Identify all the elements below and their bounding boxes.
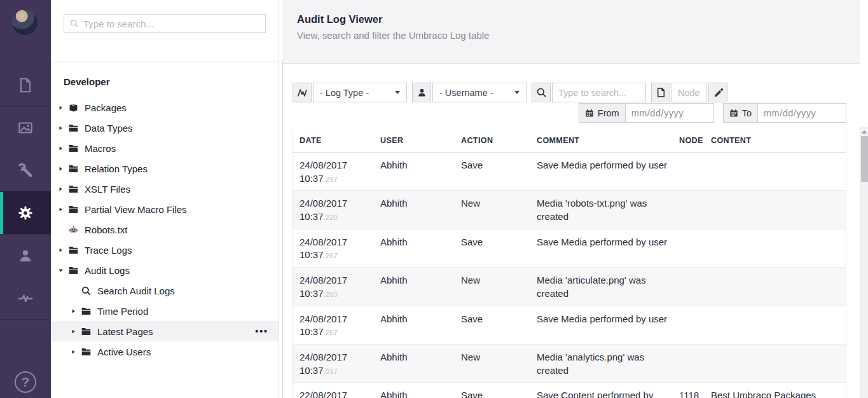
table-row[interactable]: 24/08/201710:37.267AbhithSaveSave Media …	[293, 306, 846, 345]
tree-item-label[interactable]: Relation Types	[85, 163, 148, 174]
date-from-label-area: From	[579, 104, 626, 122]
caret-right-icon[interactable]	[69, 329, 78, 334]
tree-item-label[interactable]: Partial View Macro Files	[85, 204, 187, 215]
tree-item-label[interactable]: Robots.txt	[85, 224, 128, 235]
username-select[interactable]: - Username -	[432, 83, 527, 102]
rail-section-image[interactable]	[0, 106, 51, 149]
tree-item[interactable]: Audit Logs	[51, 260, 279, 280]
column-header-content: CONTENT	[704, 136, 846, 145]
ellipsis-icon[interactable]: •••	[255, 326, 268, 336]
tree-item[interactable]: Macros	[51, 138, 279, 158]
date-from-input[interactable]	[626, 104, 713, 122]
tree-item-label[interactable]: XSLT Files	[85, 184, 130, 195]
node-button[interactable]	[651, 83, 670, 102]
cell-user: Abhith	[373, 159, 454, 185]
package-icon	[67, 102, 79, 114]
rail-section-user[interactable]	[0, 234, 51, 277]
log-type-select[interactable]: - Log Type -	[313, 83, 407, 102]
cell-action: New	[454, 274, 530, 300]
caret-right-icon[interactable]	[56, 247, 65, 253]
tree-item[interactable]: Relation Types	[51, 158, 279, 179]
search-button[interactable]	[532, 83, 551, 102]
node-id-input[interactable]	[672, 83, 707, 102]
caret-right-icon[interactable]	[56, 166, 65, 172]
tree-item[interactable]: Partial View Macro Files	[51, 199, 279, 219]
date-to-input[interactable]	[758, 104, 846, 122]
table-row[interactable]: 24/08/201710:37.297AbhithSaveSave Media …	[293, 153, 846, 191]
help-button[interactable]: ?	[0, 371, 51, 393]
column-header-user: USER	[373, 136, 454, 145]
rail-section-document[interactable]	[0, 64, 51, 106]
tree-item-label[interactable]: Search Audit Logs	[97, 285, 175, 296]
tree-panel: Developer PackagesData TypesMacrosRelati…	[51, 0, 279, 398]
section-rail: ?	[0, 0, 51, 398]
tree-search-input[interactable]	[83, 18, 259, 29]
scrollbar[interactable]	[860, 127, 868, 398]
tree-item-label[interactable]: Audit Logs	[85, 265, 130, 276]
caret-down-icon[interactable]	[56, 268, 65, 273]
cell-action: Save	[454, 159, 530, 185]
rail-section-gear[interactable]	[0, 191, 51, 234]
cell-action: New	[454, 351, 530, 377]
table-row[interactable]: 24/08/201710:37.220AbhithNewMedia 'robot…	[293, 191, 846, 229]
folder-icon	[67, 122, 79, 134]
caret-right-icon[interactable]	[69, 308, 78, 314]
caret-right-icon[interactable]	[56, 207, 65, 212]
date-from-label: From	[598, 108, 619, 118]
tree-item-label[interactable]: Latest Pages	[97, 326, 153, 337]
tree-item-label[interactable]: Time Period	[97, 306, 148, 317]
column-header-comment: COMMENT	[530, 136, 672, 145]
cell-content	[704, 351, 846, 377]
log-type-button[interactable]	[293, 83, 312, 102]
tree-item[interactable]: Latest Pages•••	[51, 321, 279, 341]
cell-date: 24/08/201710:37.297	[293, 159, 373, 185]
rail-section-pulse[interactable]	[0, 277, 51, 319]
tree-item[interactable]: Data Types	[51, 118, 279, 138]
tree-item-label[interactable]: Data Types	[85, 123, 133, 134]
rail-section-wrench[interactable]	[0, 149, 51, 191]
username-button[interactable]	[412, 83, 431, 102]
caret-right-icon[interactable]	[56, 146, 65, 151]
caret-right-icon[interactable]	[69, 349, 78, 355]
cell-comment: Save Media performed by user	[530, 236, 672, 262]
search-icon	[80, 285, 92, 297]
cell-user: Abhith	[373, 236, 454, 262]
date-from-group: From	[579, 103, 714, 123]
cell-date: 24/08/201710:37.203	[293, 274, 373, 300]
avatar[interactable]	[12, 10, 38, 35]
scrollbar-up-arrow-icon[interactable]	[862, 130, 867, 134]
scrollbar-thumb[interactable]	[861, 136, 868, 182]
panel-splitter[interactable]	[282, 60, 283, 398]
chevron-down-icon	[514, 91, 520, 94]
tree-item-label[interactable]: Packages	[85, 102, 127, 113]
caret-right-icon[interactable]	[56, 125, 65, 131]
folder-icon	[67, 183, 79, 195]
tree-item[interactable]: Time Period	[51, 301, 279, 321]
table-row[interactable]: 24/08/201710:37.203AbhithNewMedia 'artic…	[293, 268, 846, 306]
cell-date: 24/08/201710:37.017	[293, 351, 373, 377]
tree-item-label[interactable]: Active Users	[97, 347, 151, 357]
caret-right-icon[interactable]	[56, 105, 65, 111]
calendar-icon	[729, 109, 738, 118]
search-input[interactable]	[552, 83, 646, 102]
table-row[interactable]: 24/08/201710:37.017AbhithNewMedia 'analy…	[293, 345, 846, 383]
tree-item[interactable]: Robots.txt	[51, 219, 279, 240]
tree-item[interactable]: Trace Logs	[51, 240, 279, 260]
tree-item-label[interactable]: Trace Logs	[85, 245, 132, 256]
tree-item-label[interactable]: Macros	[85, 143, 116, 154]
table-row[interactable]: 24/08/201710:37.267AbhithSaveSave Media …	[293, 230, 846, 268]
node-picker-button[interactable]	[708, 83, 727, 102]
folder-icon	[67, 142, 79, 154]
table-row[interactable]: 22/08/201717:22.600AbhithSaveSave Conten…	[293, 383, 846, 398]
caret-right-icon[interactable]	[56, 186, 65, 192]
tree-item[interactable]: Active Users	[51, 341, 279, 362]
tree-item[interactable]: Packages	[51, 97, 279, 118]
tree-item[interactable]: XSLT Files	[51, 179, 279, 199]
tree-search-box[interactable]	[64, 14, 266, 33]
log-type-value: - Log Type -	[320, 88, 369, 98]
folder-icon	[67, 163, 79, 175]
cell-action: Save	[454, 389, 530, 398]
column-header-action: ACTION	[454, 136, 530, 145]
document-icon	[656, 87, 666, 98]
tree-item[interactable]: Search Audit Logs	[51, 280, 279, 301]
